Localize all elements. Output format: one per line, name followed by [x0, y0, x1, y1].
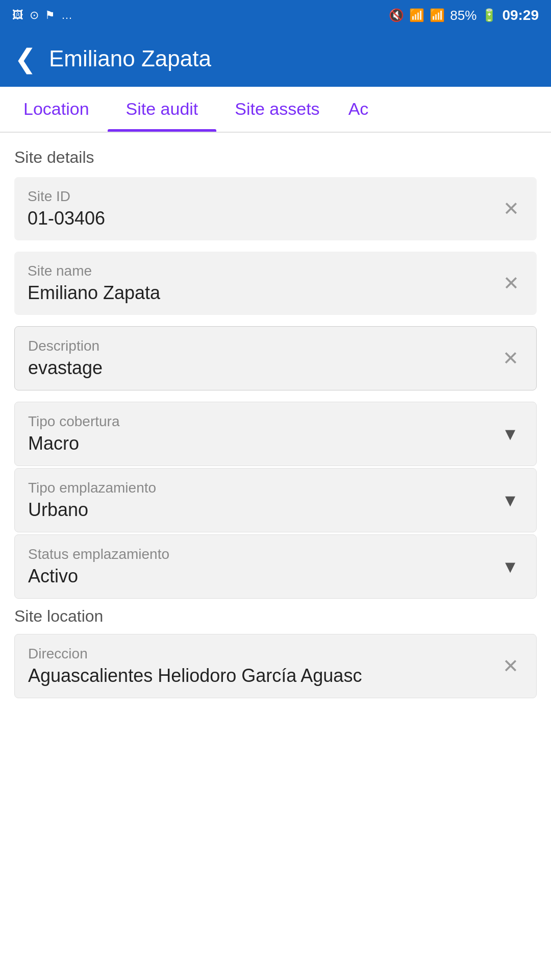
site-name-label: Site name [28, 263, 499, 279]
wifi-icon: 📶 [409, 8, 424, 22]
image-icon: 🖼 [12, 9, 23, 22]
description-value: evastage [28, 357, 498, 379]
tipo-cobertura-value: Macro [28, 433, 497, 454]
back-button[interactable]: ❮ [14, 45, 37, 72]
direccion-label: Direccion [28, 646, 498, 662]
flag-icon: ⚑ [45, 9, 55, 22]
direccion-field: Direccion Aguascalientes Heliodoro Garcí… [14, 634, 537, 698]
page-title: Emiliano Zapata [49, 46, 211, 71]
site-details-section-label: Site details [14, 148, 537, 167]
site-name-field: Site name Emiliano Zapata ✕ [14, 252, 537, 315]
battery-icon: 🔋 [482, 8, 497, 22]
description-clear-button[interactable]: ✕ [498, 345, 523, 372]
site-id-label: Site ID [28, 188, 499, 205]
tipo-emplazamiento-dropdown-icon: ▼ [497, 486, 523, 514]
direccion-value: Aguascalientes Heliodoro García Aguasc [28, 665, 487, 687]
tab-site-assets[interactable]: Site assets [216, 86, 338, 132]
tabs-container: Location Site audit Site assets Ac [0, 87, 551, 133]
status-bar-right: 🔇 📶 📶 85% 🔋 09:29 [389, 7, 539, 23]
tipo-emplazamiento-label: Tipo emplazamiento [28, 480, 497, 496]
mute-icon: 🔇 [389, 8, 404, 22]
time-display: 09:29 [502, 7, 539, 23]
site-id-value: 01-03406 [28, 208, 499, 229]
clock-icon: ⊙ [30, 9, 39, 22]
status-bar-left: 🖼 ⊙ ⚑ … [12, 9, 72, 22]
tab-site-audit[interactable]: Site audit [108, 86, 217, 132]
tab-more[interactable]: Ac [338, 86, 379, 132]
direccion-clear-button[interactable]: ✕ [498, 652, 523, 680]
description-field: Description evastage ✕ [14, 326, 537, 390]
site-name-clear-button[interactable]: ✕ [499, 270, 523, 297]
signal-icon: 📶 [430, 8, 445, 22]
status-emplazamiento-value: Activo [28, 566, 497, 587]
more-icon: … [61, 9, 72, 22]
site-id-field: Site ID 01-03406 ✕ [14, 177, 537, 240]
tipo-emplazamiento-field[interactable]: Tipo emplazamiento Urbano ▼ [14, 468, 537, 532]
description-label: Description [28, 338, 498, 354]
site-location-section-label: Site location [14, 607, 537, 626]
tipo-cobertura-dropdown-icon: ▼ [497, 420, 523, 448]
site-id-clear-button[interactable]: ✕ [499, 195, 523, 223]
content-area: Site details Site ID 01-03406 ✕ Site nam… [0, 133, 551, 714]
app-bar: ❮ Emiliano Zapata [0, 31, 551, 87]
battery-percent: 85% [450, 8, 477, 23]
tipo-cobertura-label: Tipo cobertura [28, 413, 497, 430]
status-bar: 🖼 ⊙ ⚑ … 🔇 📶 📶 85% 🔋 09:29 [0, 0, 551, 31]
site-name-value: Emiliano Zapata [28, 282, 499, 304]
tipo-cobertura-field[interactable]: Tipo cobertura Macro ▼ [14, 402, 537, 466]
tab-location[interactable]: Location [5, 86, 108, 132]
status-emplazamiento-dropdown-icon: ▼ [497, 553, 523, 581]
status-emplazamiento-label: Status emplazamiento [28, 546, 497, 562]
status-emplazamiento-field[interactable]: Status emplazamiento Activo ▼ [14, 534, 537, 599]
tipo-emplazamiento-value: Urbano [28, 499, 497, 521]
